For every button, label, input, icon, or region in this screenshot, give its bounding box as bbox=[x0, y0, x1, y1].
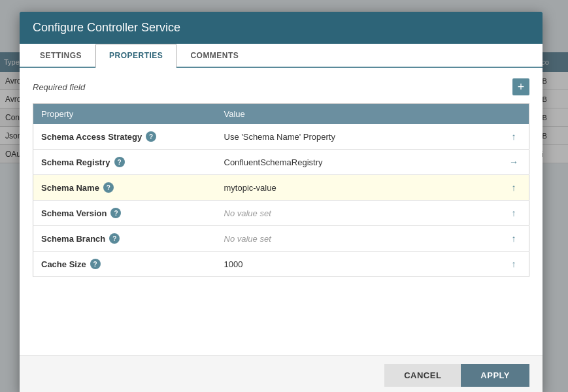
edit-cell-0: ↑ bbox=[499, 124, 529, 150]
property-name-4: Schema Branch bbox=[41, 234, 105, 244]
edit-cell-2: ↑ bbox=[499, 175, 529, 201]
table-row: Schema Access Strategy?Use 'Schema Name'… bbox=[33, 124, 529, 150]
edit-cell-4: ↑ bbox=[499, 226, 529, 252]
edit-icon-4[interactable]: ↑ bbox=[507, 231, 521, 246]
edit-icon-3[interactable]: ↑ bbox=[507, 206, 521, 220]
table-body: Schema Access Strategy?Use 'Schema Name'… bbox=[33, 124, 529, 277]
edit-cell-5: ↑ bbox=[499, 252, 529, 277]
property-name-1: Schema Registry bbox=[41, 157, 110, 167]
table-row: Schema Registry?ConfluentSchemaRegistry→ bbox=[33, 150, 529, 175]
property-value-4[interactable]: No value set bbox=[216, 226, 499, 252]
edit-icon-5[interactable]: ↑ bbox=[507, 257, 521, 271]
help-icon-3[interactable]: ? bbox=[110, 208, 121, 218]
edit-icon-0[interactable]: ↑ bbox=[507, 129, 521, 144]
property-value-3[interactable]: No value set bbox=[216, 201, 499, 226]
col-value-header: Value bbox=[216, 104, 499, 125]
property-name-cell-5: Cache Size? bbox=[33, 252, 216, 277]
edit-icon-1[interactable]: → bbox=[507, 155, 521, 169]
tab-comments[interactable]: COMMENTS bbox=[176, 44, 252, 68]
edit-icon-2[interactable]: ↑ bbox=[507, 180, 521, 195]
configure-controller-service-modal: Configure Controller Service SETTINGS PR… bbox=[20, 12, 543, 392]
property-name-3: Schema Version bbox=[41, 208, 107, 218]
modal-body: Required field + Property Value Schema A… bbox=[20, 68, 543, 355]
modal-tabs: SETTINGS PROPERTIES COMMENTS bbox=[20, 44, 543, 68]
table-row: Schema Branch?No value set↑ bbox=[33, 226, 529, 252]
required-field-label: Required field bbox=[33, 82, 85, 92]
property-name-cell-0: Schema Access Strategy? bbox=[33, 124, 216, 150]
table-row: Schema Version?No value set↑ bbox=[33, 201, 529, 226]
add-property-button[interactable]: + bbox=[512, 78, 529, 95]
help-icon-0[interactable]: ? bbox=[146, 131, 156, 142]
property-name-2: Schema Name bbox=[41, 183, 99, 193]
col-property-header: Property bbox=[33, 104, 216, 125]
required-field-bar: Required field + bbox=[33, 78, 529, 95]
help-icon-2[interactable]: ? bbox=[103, 182, 114, 193]
property-name-cell-1: Schema Registry? bbox=[33, 150, 216, 175]
property-name-cell-4: Schema Branch? bbox=[33, 226, 216, 252]
property-name-cell-3: Schema Version? bbox=[33, 201, 216, 226]
cancel-button[interactable]: CANCEL bbox=[384, 364, 461, 387]
property-value-0[interactable]: Use 'Schema Name' Property bbox=[216, 124, 499, 150]
help-icon-4[interactable]: ? bbox=[109, 233, 120, 244]
col-action-header bbox=[499, 104, 529, 125]
modal-footer: CANCEL APPLY bbox=[20, 355, 543, 392]
property-value-1[interactable]: ConfluentSchemaRegistry bbox=[216, 150, 499, 175]
edit-cell-3: ↑ bbox=[499, 201, 529, 226]
help-icon-1[interactable]: ? bbox=[114, 157, 125, 167]
edit-cell-1: → bbox=[499, 150, 529, 175]
property-name-cell-2: Schema Name? bbox=[33, 175, 216, 201]
help-icon-5[interactable]: ? bbox=[90, 259, 101, 269]
tab-properties[interactable]: PROPERTIES bbox=[95, 44, 176, 68]
modal-title: Configure Controller Service bbox=[33, 21, 180, 34]
property-name-5: Cache Size bbox=[41, 259, 86, 269]
property-value-5[interactable]: 1000 bbox=[216, 252, 499, 277]
table-header: Property Value bbox=[33, 104, 529, 125]
table-row: Schema Name?mytopic-value↑ bbox=[33, 175, 529, 201]
table-row: Cache Size?1000↑ bbox=[33, 252, 529, 277]
property-value-2[interactable]: mytopic-value bbox=[216, 175, 499, 201]
apply-button[interactable]: APPLY bbox=[461, 364, 529, 387]
modal-header: Configure Controller Service bbox=[20, 12, 543, 44]
tab-settings[interactable]: SETTINGS bbox=[26, 44, 95, 68]
property-name-0: Schema Access Strategy bbox=[41, 132, 142, 142]
properties-table: Property Value Schema Access Strategy?Us… bbox=[33, 103, 529, 277]
